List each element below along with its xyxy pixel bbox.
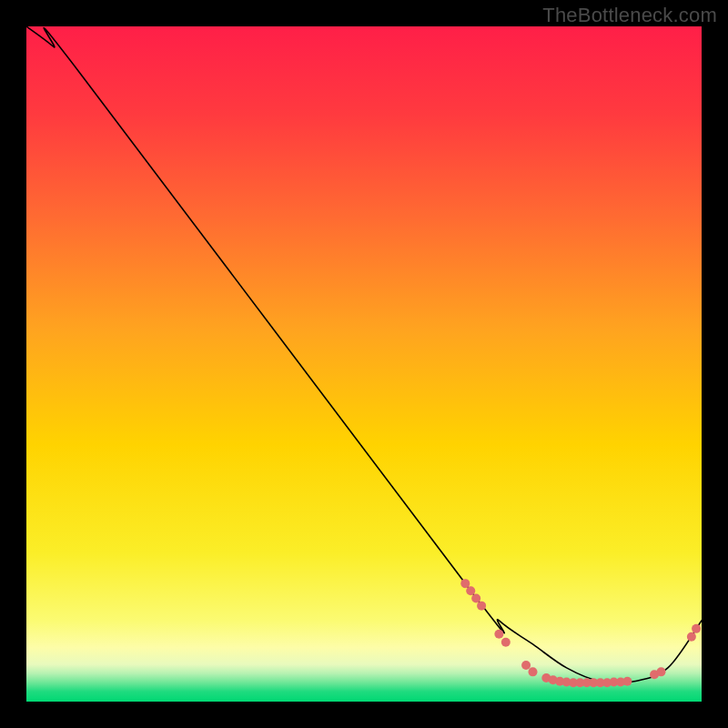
watermark-text: TheBottleneck.com [542, 4, 717, 27]
gradient-background [26, 26, 702, 702]
plot-area [26, 26, 702, 702]
data-point [477, 602, 486, 611]
data-point [687, 632, 696, 642]
data-point [622, 677, 632, 686]
data-point [501, 638, 511, 647]
data-point [466, 586, 475, 595]
data-point [529, 667, 538, 676]
bottleneck-chart [26, 26, 702, 702]
data-point [471, 593, 480, 602]
data-point [656, 667, 665, 676]
data-point [692, 624, 701, 633]
data-point [521, 661, 531, 670]
data-point [494, 630, 503, 639]
data-point [460, 579, 470, 588]
chart-frame: TheBottleneck.com [0, 0, 728, 728]
